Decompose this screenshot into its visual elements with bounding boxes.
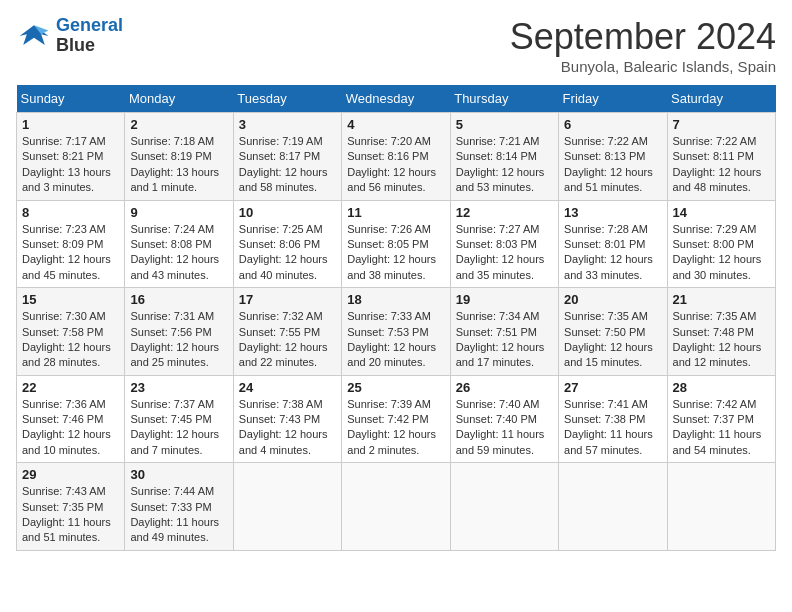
daylight-label: Daylight: 12 hours and 33 minutes.	[564, 253, 653, 280]
day-number: 29	[22, 467, 119, 482]
calendar-cell: 1 Sunrise: 7:17 AM Sunset: 8:21 PM Dayli…	[17, 113, 125, 201]
daylight-label: Daylight: 12 hours and 40 minutes.	[239, 253, 328, 280]
day-info: Sunrise: 7:39 AM Sunset: 7:42 PM Dayligh…	[347, 397, 444, 459]
sunset-label: Sunset: 7:38 PM	[564, 413, 645, 425]
weekday-header-wednesday: Wednesday	[342, 85, 450, 113]
sunrise-label: Sunrise: 7:34 AM	[456, 310, 540, 322]
day-info: Sunrise: 7:42 AM Sunset: 7:37 PM Dayligh…	[673, 397, 770, 459]
day-info: Sunrise: 7:28 AM Sunset: 8:01 PM Dayligh…	[564, 222, 661, 284]
sunset-label: Sunset: 8:01 PM	[564, 238, 645, 250]
day-number: 1	[22, 117, 119, 132]
sunrise-label: Sunrise: 7:44 AM	[130, 485, 214, 497]
day-info: Sunrise: 7:23 AM Sunset: 8:09 PM Dayligh…	[22, 222, 119, 284]
sunrise-label: Sunrise: 7:17 AM	[22, 135, 106, 147]
weekday-header-friday: Friday	[559, 85, 667, 113]
daylight-label: Daylight: 13 hours and 3 minutes.	[22, 166, 111, 193]
calendar-table: SundayMondayTuesdayWednesdayThursdayFrid…	[16, 85, 776, 551]
sunrise-label: Sunrise: 7:36 AM	[22, 398, 106, 410]
calendar-cell: 6 Sunrise: 7:22 AM Sunset: 8:13 PM Dayli…	[559, 113, 667, 201]
daylight-label: Daylight: 12 hours and 48 minutes.	[673, 166, 762, 193]
sunrise-label: Sunrise: 7:22 AM	[673, 135, 757, 147]
day-number: 23	[130, 380, 227, 395]
day-info: Sunrise: 7:36 AM Sunset: 7:46 PM Dayligh…	[22, 397, 119, 459]
calendar-header: SundayMondayTuesdayWednesdayThursdayFrid…	[17, 85, 776, 113]
calendar-cell: 8 Sunrise: 7:23 AM Sunset: 8:09 PM Dayli…	[17, 200, 125, 288]
calendar-cell	[559, 463, 667, 551]
day-info: Sunrise: 7:25 AM Sunset: 8:06 PM Dayligh…	[239, 222, 336, 284]
calendar-cell: 28 Sunrise: 7:42 AM Sunset: 7:37 PM Dayl…	[667, 375, 775, 463]
day-info: Sunrise: 7:20 AM Sunset: 8:16 PM Dayligh…	[347, 134, 444, 196]
calendar-week-4: 22 Sunrise: 7:36 AM Sunset: 7:46 PM Dayl…	[17, 375, 776, 463]
day-number: 22	[22, 380, 119, 395]
logo-text: GeneralBlue	[56, 16, 123, 56]
calendar-cell: 27 Sunrise: 7:41 AM Sunset: 7:38 PM Dayl…	[559, 375, 667, 463]
sunrise-label: Sunrise: 7:40 AM	[456, 398, 540, 410]
daylight-label: Daylight: 12 hours and 28 minutes.	[22, 341, 111, 368]
sunset-label: Sunset: 8:06 PM	[239, 238, 320, 250]
sunrise-label: Sunrise: 7:21 AM	[456, 135, 540, 147]
sunset-label: Sunset: 7:55 PM	[239, 326, 320, 338]
day-info: Sunrise: 7:32 AM Sunset: 7:55 PM Dayligh…	[239, 309, 336, 371]
calendar-cell: 19 Sunrise: 7:34 AM Sunset: 7:51 PM Dayl…	[450, 288, 558, 376]
daylight-label: Daylight: 12 hours and 15 minutes.	[564, 341, 653, 368]
day-number: 2	[130, 117, 227, 132]
calendar-cell: 9 Sunrise: 7:24 AM Sunset: 8:08 PM Dayli…	[125, 200, 233, 288]
daylight-label: Daylight: 12 hours and 10 minutes.	[22, 428, 111, 455]
day-info: Sunrise: 7:19 AM Sunset: 8:17 PM Dayligh…	[239, 134, 336, 196]
sunset-label: Sunset: 7:40 PM	[456, 413, 537, 425]
day-info: Sunrise: 7:41 AM Sunset: 7:38 PM Dayligh…	[564, 397, 661, 459]
weekday-header-saturday: Saturday	[667, 85, 775, 113]
calendar-cell: 5 Sunrise: 7:21 AM Sunset: 8:14 PM Dayli…	[450, 113, 558, 201]
day-info: Sunrise: 7:35 AM Sunset: 7:50 PM Dayligh…	[564, 309, 661, 371]
daylight-label: Daylight: 12 hours and 7 minutes.	[130, 428, 219, 455]
calendar-cell: 2 Sunrise: 7:18 AM Sunset: 8:19 PM Dayli…	[125, 113, 233, 201]
sunrise-label: Sunrise: 7:28 AM	[564, 223, 648, 235]
sunset-label: Sunset: 8:09 PM	[22, 238, 103, 250]
sunset-label: Sunset: 8:21 PM	[22, 150, 103, 162]
sunset-label: Sunset: 8:03 PM	[456, 238, 537, 250]
sunrise-label: Sunrise: 7:20 AM	[347, 135, 431, 147]
calendar-cell: 18 Sunrise: 7:33 AM Sunset: 7:53 PM Dayl…	[342, 288, 450, 376]
day-number: 8	[22, 205, 119, 220]
day-info: Sunrise: 7:43 AM Sunset: 7:35 PM Dayligh…	[22, 484, 119, 546]
calendar-cell: 4 Sunrise: 7:20 AM Sunset: 8:16 PM Dayli…	[342, 113, 450, 201]
calendar-cell: 11 Sunrise: 7:26 AM Sunset: 8:05 PM Dayl…	[342, 200, 450, 288]
daylight-label: Daylight: 12 hours and 22 minutes.	[239, 341, 328, 368]
day-number: 27	[564, 380, 661, 395]
daylight-label: Daylight: 12 hours and 58 minutes.	[239, 166, 328, 193]
sunrise-label: Sunrise: 7:33 AM	[347, 310, 431, 322]
sunset-label: Sunset: 8:00 PM	[673, 238, 754, 250]
daylight-label: Daylight: 11 hours and 51 minutes.	[22, 516, 111, 543]
sunset-label: Sunset: 8:17 PM	[239, 150, 320, 162]
sunset-label: Sunset: 8:05 PM	[347, 238, 428, 250]
calendar-cell: 13 Sunrise: 7:28 AM Sunset: 8:01 PM Dayl…	[559, 200, 667, 288]
sunrise-label: Sunrise: 7:32 AM	[239, 310, 323, 322]
weekday-header-monday: Monday	[125, 85, 233, 113]
sunrise-label: Sunrise: 7:18 AM	[130, 135, 214, 147]
sunset-label: Sunset: 7:45 PM	[130, 413, 211, 425]
calendar-cell: 25 Sunrise: 7:39 AM Sunset: 7:42 PM Dayl…	[342, 375, 450, 463]
sunset-label: Sunset: 8:13 PM	[564, 150, 645, 162]
daylight-label: Daylight: 13 hours and 1 minute.	[130, 166, 219, 193]
day-number: 20	[564, 292, 661, 307]
sunset-label: Sunset: 7:42 PM	[347, 413, 428, 425]
sunrise-label: Sunrise: 7:27 AM	[456, 223, 540, 235]
sunrise-label: Sunrise: 7:23 AM	[22, 223, 106, 235]
calendar-week-3: 15 Sunrise: 7:30 AM Sunset: 7:58 PM Dayl…	[17, 288, 776, 376]
page-header: GeneralBlue September 2024 Bunyola, Bale…	[16, 16, 776, 75]
sunset-label: Sunset: 7:50 PM	[564, 326, 645, 338]
weekday-header-tuesday: Tuesday	[233, 85, 341, 113]
day-info: Sunrise: 7:37 AM Sunset: 7:45 PM Dayligh…	[130, 397, 227, 459]
calendar-cell: 30 Sunrise: 7:44 AM Sunset: 7:33 PM Dayl…	[125, 463, 233, 551]
calendar-cell: 7 Sunrise: 7:22 AM Sunset: 8:11 PM Dayli…	[667, 113, 775, 201]
calendar-cell: 14 Sunrise: 7:29 AM Sunset: 8:00 PM Dayl…	[667, 200, 775, 288]
daylight-label: Daylight: 11 hours and 49 minutes.	[130, 516, 219, 543]
calendar-cell	[667, 463, 775, 551]
day-number: 26	[456, 380, 553, 395]
logo: GeneralBlue	[16, 16, 123, 56]
calendar-week-5: 29 Sunrise: 7:43 AM Sunset: 7:35 PM Dayl…	[17, 463, 776, 551]
day-number: 14	[673, 205, 770, 220]
day-number: 25	[347, 380, 444, 395]
day-number: 9	[130, 205, 227, 220]
day-info: Sunrise: 7:31 AM Sunset: 7:56 PM Dayligh…	[130, 309, 227, 371]
